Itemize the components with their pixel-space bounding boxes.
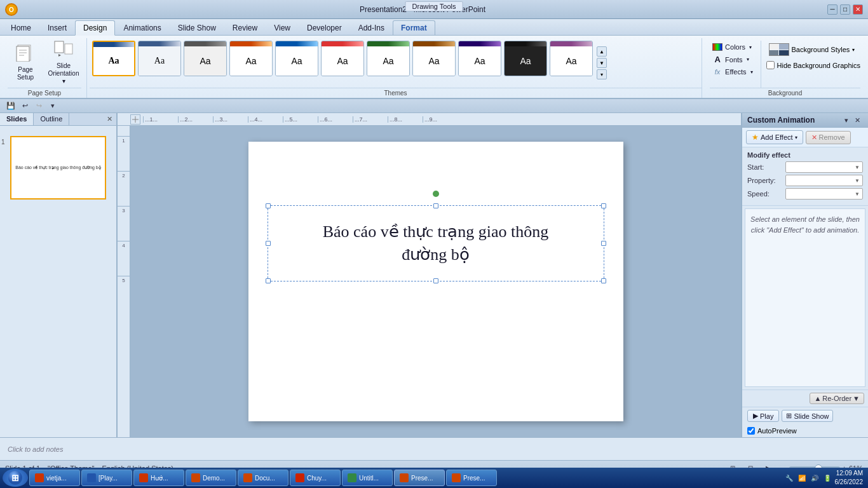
remove-button[interactable]: ✕ Remove: [806, 131, 851, 144]
taskbar-item-prese2[interactable]: Prese...: [446, 470, 497, 486]
taskbar-label-prese2: Prese...: [463, 475, 485, 482]
taskbar-item-untitl[interactable]: Untitl...: [342, 470, 393, 486]
theme-2[interactable]: Aa: [138, 41, 181, 76]
theme-6[interactable]: Aa: [321, 41, 364, 76]
handle-tm[interactable]: [433, 203, 438, 208]
theme-10[interactable]: Aa: [504, 41, 547, 76]
taskbar-item-demo[interactable]: Demo...: [186, 470, 236, 486]
taskbar-item-vietja[interactable]: vietja...: [29, 470, 80, 486]
colors-label: Colors: [725, 43, 745, 51]
handle-ml[interactable]: [266, 241, 271, 246]
anim-close-button[interactable]: ✕: [852, 116, 863, 125]
hide-bg-checkbox[interactable]: [766, 61, 775, 69]
page-setup-button[interactable]: PageSetup: [8, 41, 43, 84]
tab-view[interactable]: View: [266, 20, 299, 35]
restore-button[interactable]: □: [840, 4, 850, 15]
theme-8[interactable]: Aa: [412, 41, 456, 76]
play-button[interactable]: ▶ Play: [747, 410, 779, 422]
rotate-handle[interactable]: [433, 191, 439, 197]
customize-qa-button[interactable]: ▾: [47, 100, 58, 112]
property-label: Property:: [747, 177, 785, 184]
minimize-button[interactable]: ─: [827, 4, 837, 15]
handle-tr[interactable]: [601, 203, 606, 208]
slideshow-button[interactable]: ⊞ Slide Show: [782, 410, 833, 422]
tab-design[interactable]: Design: [75, 20, 115, 36]
speed-dropdown[interactable]: ▼: [785, 188, 863, 200]
canvas-area: ...1... ...2... ...3... ...4... ...5... …: [118, 113, 741, 437]
save-button[interactable]: 💾: [5, 100, 17, 112]
tab-slides[interactable]: Slides: [0, 113, 34, 125]
autopreview-checkbox[interactable]: [747, 427, 755, 435]
fonts-arrow: ▾: [747, 57, 749, 62]
handle-mr[interactable]: [601, 241, 606, 246]
panel-close-button[interactable]: ✕: [103, 113, 116, 125]
themes-scroll-down[interactable]: ▼: [597, 58, 607, 68]
handle-tl[interactable]: [266, 203, 271, 208]
play-label: Play: [760, 412, 773, 420]
tab-developer[interactable]: Developer: [299, 20, 350, 35]
reorder-up-icon: ▲: [814, 395, 821, 402]
tab-insert[interactable]: Insert: [39, 20, 75, 35]
tray-icon-4: 🔋: [822, 473, 832, 483]
theme-1[interactable]: Aa: [92, 41, 135, 76]
start-label: Start:: [747, 163, 785, 171]
taskbar-label-play: [Play...: [98, 475, 118, 482]
page-setup-group-label: Page Setup: [8, 88, 81, 98]
slide-canvas[interactable]: Báo cáo về thực trạng giao thông đường b…: [248, 142, 623, 421]
theme-9[interactable]: Aa: [458, 41, 501, 76]
handle-bm[interactable]: [433, 278, 438, 283]
start-dropdown[interactable]: ▼: [785, 161, 863, 173]
bg-styles-arrow: ▾: [852, 47, 855, 53]
colors-button[interactable]: Colors ▾: [710, 42, 755, 52]
slideshow-label: Slide Show: [794, 412, 829, 420]
effects-button[interactable]: fx Effects ▾: [710, 67, 755, 77]
fonts-button[interactable]: A Fonts ▾: [710, 53, 755, 65]
redo-button[interactable]: ↪: [33, 100, 44, 112]
tab-addins[interactable]: Add-Ins: [350, 20, 393, 35]
theme-7[interactable]: Aa: [367, 41, 410, 76]
taskbar-item-huong[interactable]: Hướ...: [133, 470, 184, 486]
colors-icon: [712, 43, 722, 51]
background-styles-button[interactable]: Background Styles ▾: [766, 42, 860, 57]
fonts-label: Fonts: [725, 56, 743, 64]
theme-11[interactable]: Aa: [550, 41, 593, 76]
taskbar-item-prese1[interactable]: Prese...: [394, 470, 445, 486]
theme-3[interactable]: Aa: [184, 41, 227, 76]
add-effect-button[interactable]: ★ Add Effect ▾: [746, 130, 803, 144]
theme-4[interactable]: Aa: [229, 41, 273, 76]
tab-animations[interactable]: Animations: [115, 20, 169, 35]
fonts-icon: A: [712, 55, 722, 64]
handle-bl[interactable]: [266, 278, 271, 283]
slide-stage[interactable]: Báo cáo về thực trạng giao thông đường b…: [130, 126, 741, 437]
tab-review[interactable]: Review: [224, 20, 266, 35]
animation-info-text: Select an element of the slide, then cli…: [745, 208, 865, 387]
taskbar-icon-play: [87, 473, 96, 482]
themes-more[interactable]: ▾: [597, 69, 607, 79]
notes-bar[interactable]: Click to add notes: [0, 437, 868, 460]
effects-icon: fx: [712, 68, 722, 76]
tab-home[interactable]: Home: [3, 20, 39, 35]
text-box-selected[interactable]: Báo cáo về thực trạng giao thông đường b…: [268, 205, 604, 281]
close-button[interactable]: ✕: [853, 4, 863, 15]
slide-1-thumbnail[interactable]: 1 Báo cáo về thực trạng giao thông đường…: [10, 136, 106, 200]
svg-text:O: O: [9, 6, 14, 13]
taskbar-label-huong: Hướ...: [151, 475, 168, 482]
reorder-down-icon: ▼: [853, 395, 860, 402]
property-dropdown[interactable]: ▼: [785, 175, 863, 186]
start-button[interactable]: ⊞: [3, 469, 28, 487]
theme-5[interactable]: Aa: [275, 41, 318, 76]
tab-format[interactable]: Format: [393, 20, 435, 35]
themes-scroll-up[interactable]: ▲: [597, 46, 607, 57]
handle-br[interactable]: [601, 278, 606, 283]
tab-slideshow[interactable]: Slide Show: [170, 20, 224, 35]
taskbar-item-play[interactable]: [Play...: [81, 470, 132, 486]
undo-button[interactable]: ↩: [19, 100, 31, 112]
svg-rect-7: [55, 41, 64, 53]
reorder-up-button[interactable]: ▲ Re-Order ▼: [810, 393, 864, 404]
taskbar-item-chuy[interactable]: Chuy...: [290, 470, 341, 486]
tab-outline[interactable]: Outline: [34, 113, 69, 125]
slide-thumb-number: 1: [1, 139, 5, 146]
slide-orientation-button[interactable]: SlideOrientation ▾: [46, 41, 81, 84]
taskbar-item-docu[interactable]: Docu...: [238, 470, 288, 486]
anim-pin-button[interactable]: ▾: [842, 116, 851, 125]
